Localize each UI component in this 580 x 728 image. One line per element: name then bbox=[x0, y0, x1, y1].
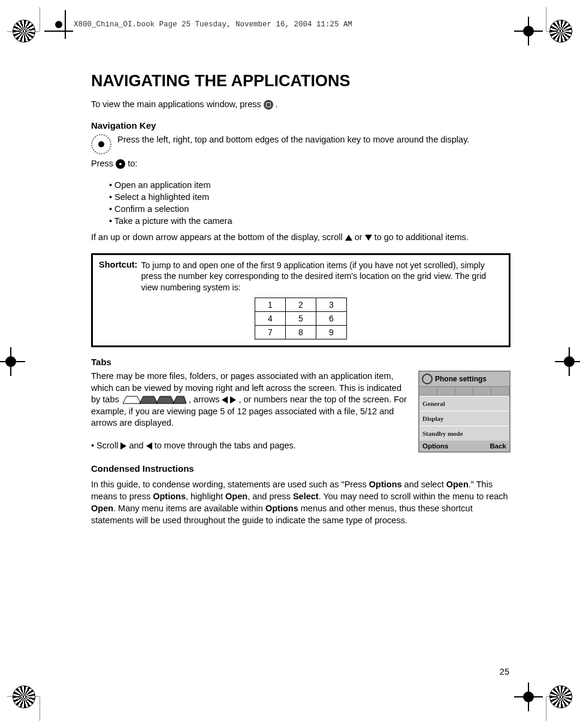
shortcut-label: Shortcut: bbox=[99, 260, 137, 293]
left-arrow-icon bbox=[222, 396, 228, 404]
print-mark-wheel bbox=[546, 682, 575, 711]
print-mark-wheel bbox=[10, 682, 38, 711]
print-mark-wheel bbox=[546, 17, 575, 46]
page-title: NAVIGATING THE APPLICATIONS bbox=[91, 72, 510, 90]
down-arrow-icon bbox=[365, 235, 372, 241]
shortcut-callout: Shortcut: To jump to and open one of the… bbox=[91, 253, 510, 347]
phone-tabs-row bbox=[419, 386, 509, 396]
tabs-heading: Tabs bbox=[91, 357, 510, 367]
print-mark-wheel bbox=[10, 17, 38, 46]
phone-settings-screenshot: Phone settings General Display Standby m… bbox=[418, 371, 510, 453]
print-crop-mark bbox=[0, 347, 25, 376]
list-item: Take a picture with the camera bbox=[109, 215, 510, 227]
svg-marker-1 bbox=[140, 396, 158, 404]
phone-softkey-left: Options bbox=[422, 442, 448, 450]
apps-key-icon bbox=[264, 100, 273, 110]
tabs-paragraph: There may be more files, folders, or pag… bbox=[91, 371, 411, 429]
gear-icon bbox=[422, 374, 433, 384]
right-arrow-icon bbox=[120, 442, 126, 450]
page-number: 25 bbox=[500, 667, 509, 677]
left-arrow-icon bbox=[146, 442, 152, 450]
tabs-scroll-item: Scroll and to move through the tabs and … bbox=[91, 439, 411, 453]
print-crop-mark bbox=[514, 682, 543, 711]
numbering-grid: 123 456 789 bbox=[255, 298, 347, 339]
list-item: Open an application item bbox=[109, 179, 510, 191]
phone-item-display: Display bbox=[419, 411, 509, 426]
center-key-icon bbox=[116, 159, 125, 169]
navigation-key-paragraph: Press the left, right, top and bottom ed… bbox=[117, 134, 469, 146]
right-arrow-icon bbox=[230, 396, 236, 404]
page-header-imprint: X800_China_OI.book Page 25 Tuesday, Nove… bbox=[51, 17, 544, 32]
phone-item-standby: Standby mode bbox=[419, 426, 509, 441]
navigation-key-heading: Navigation Key bbox=[91, 120, 510, 131]
svg-marker-0 bbox=[123, 396, 141, 404]
scroll-paragraph: If an up or down arrow appears at the bo… bbox=[91, 232, 510, 244]
press-actions-list: Open an application item Select a highli… bbox=[109, 179, 510, 227]
print-crop-mark bbox=[555, 347, 580, 376]
shortcut-text: To jump to and open one of the first 9 a… bbox=[141, 260, 503, 293]
imprint-text: X800_China_OI.book Page 25 Tuesday, Nove… bbox=[74, 20, 352, 29]
tabs-icon bbox=[122, 395, 186, 405]
list-item: Confirm a selection bbox=[109, 203, 510, 215]
intro-paragraph: To view the main applications window, pr… bbox=[91, 99, 510, 111]
phone-item-general: General bbox=[419, 396, 509, 411]
phone-softkey-right: Back bbox=[490, 442, 507, 450]
svg-marker-3 bbox=[173, 396, 186, 404]
svg-marker-2 bbox=[156, 396, 174, 404]
press-to-line: Press to: bbox=[91, 158, 510, 170]
phone-title: Phone settings bbox=[435, 375, 487, 383]
list-item: Select a highlighted item bbox=[109, 191, 510, 203]
condensed-heading: Condensed Instructions bbox=[91, 463, 510, 474]
navigation-key-icon bbox=[91, 134, 111, 154]
condensed-paragraph: In this guide, to condense wording, stat… bbox=[91, 478, 510, 526]
up-arrow-icon bbox=[345, 235, 352, 241]
